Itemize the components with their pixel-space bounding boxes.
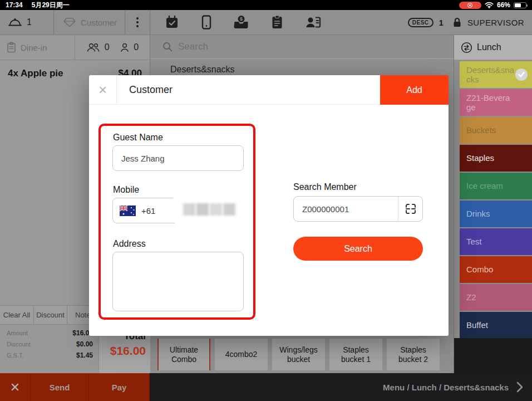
product-tile[interactable]: Staples bucket 1 [329,339,382,370]
more-menu-button[interactable] [125,10,150,35]
logged-in-user[interactable]: SUPERVISOR [467,18,524,27]
calendar-check-icon[interactable] [165,15,179,30]
add-customer-button[interactable]: Add [380,75,449,105]
product-tile[interactable]: Wings/legs bucket [272,339,325,370]
gem-icon [63,17,76,28]
svg-text:$: $ [240,16,243,22]
cash-drawer-icon[interactable]: $ [234,15,249,30]
battery-percent: 66% [497,1,510,9]
customer-modal: × Customer Add Guest Name Mobile +61 Add… [89,75,449,336]
dine-in-tab[interactable]: Dine-in [0,35,75,60]
australia-flag-icon [120,206,136,216]
contact-card-icon[interactable] [306,16,321,29]
product-tile[interactable]: 4combo2 [215,339,268,370]
modal-close-button[interactable]: × [89,75,117,104]
battery-icon [514,2,526,8]
address-label: Address [113,239,146,249]
kebab-menu-icon [136,17,139,27]
close-icon: × [98,81,107,99]
country-code: +61 [141,206,155,216]
scan-icon [405,203,417,215]
selected-check-icon [515,69,528,81]
product-search-bar[interactable]: Search [150,35,454,59]
desc-count: 1 [439,18,444,27]
order-type-icon [7,42,16,53]
menu-switcher[interactable]: Lunch [454,35,532,60]
search-member-button[interactable]: Search [293,237,423,261]
bottom-action-bar: ✕ Send Pay Menu / Lunch / Deserts&snacks [0,373,532,401]
product-tile[interactable]: Ultimate Combo [157,339,210,370]
status-date: 5月29日周一 [32,1,70,10]
clear-all-button[interactable]: Clear All [0,306,34,324]
order-summary: Amount$16.00 Discount$0.00 G.S.T.$1.45 [0,325,98,373]
order-count-button[interactable]: 1 [0,10,54,35]
search-member-label: Search Member [293,182,357,192]
order-count: 1 [27,17,32,27]
category-z2[interactable]: Z2 [460,284,532,311]
status-time: 17:34 [6,1,23,9]
search-placeholder: Search [178,41,208,52]
gst-label: G.S.T. [7,352,24,359]
lock-icon [452,17,462,27]
screen-recording-pill[interactable] [459,2,481,9]
gst-value: $1.45 [76,351,93,359]
swap-menu-icon [461,42,472,53]
guests-counter[interactable]: 0 [120,42,139,52]
chevron-right-icon[interactable] [516,382,523,393]
cloche-icon [8,17,22,28]
category-drinks[interactable]: Drinks [460,200,532,227]
person-icon [120,43,129,52]
desc-badge[interactable]: DESC [408,18,434,27]
pay-button[interactable]: Pay [89,373,150,401]
redacted-phone-number [171,193,247,226]
total-value: $16.00 [99,344,146,358]
category-z21-beverage[interactable]: Z21-Beverage [460,89,532,116]
breadcrumb: Menu / Lunch / Deserts&snacks [383,383,509,392]
cart-item-name: 4x Apple pie [8,68,63,79]
amount-label: Amount [7,330,28,336]
top-nav: 1 Customer $ [0,10,532,35]
scan-member-button[interactable] [398,197,422,221]
search-member-field-wrap [293,196,423,222]
discount-value: $0.00 [76,340,93,348]
wifi-icon [485,2,494,8]
record-icon [467,3,472,8]
category-test[interactable]: Test [460,228,532,255]
dine-in-label: Dine-in [21,43,47,52]
category-combo[interactable]: Combo [460,256,532,283]
category-staples[interactable]: Staples [460,145,532,172]
sidebar-filler [454,338,532,373]
guests-count: 0 [134,42,139,52]
group-icon [86,43,100,52]
phone-icon[interactable] [201,15,211,30]
guest-name-field[interactable] [112,145,244,171]
menu-name: Lunch [477,42,501,52]
clipboard-icon[interactable] [271,15,283,30]
covers-counter[interactable]: 0 [86,42,110,52]
search-member-field[interactable] [294,197,397,221]
address-field[interactable] [112,252,244,311]
pos-app: 17:34 5月29日周一 66% 1 Customer [0,0,532,401]
cancel-order-button[interactable]: ✕ [0,373,31,401]
category-sidebar: Lunch Deserts&snacks Z21-Beverage Bucket… [454,35,532,373]
covers-count: 0 [105,42,110,52]
guest-name-label: Guest Name [113,133,163,143]
modal-title: Customer [129,84,173,96]
section-header: Deserts&snacks [170,65,235,75]
category-buckets[interactable]: Buckets [460,117,532,144]
mobile-label: Mobile [113,185,139,195]
status-bar: 17:34 5月29日周一 66% [0,0,532,10]
customer-nav-label: Customer [81,18,117,27]
discount-button[interactable]: Discount [34,306,67,324]
category-buffet[interactable]: Buffet [460,312,532,339]
customer-nav-button[interactable]: Customer [54,10,125,35]
product-tile[interactable]: Staples bucket 2 [387,339,440,370]
send-button[interactable]: Send [31,373,89,401]
search-icon [162,42,173,52]
discount-label: Discount [7,341,31,348]
category-deserts-snacks[interactable]: Deserts&snacks [460,61,532,88]
category-ice-cream[interactable]: Ice cream [460,173,532,199]
